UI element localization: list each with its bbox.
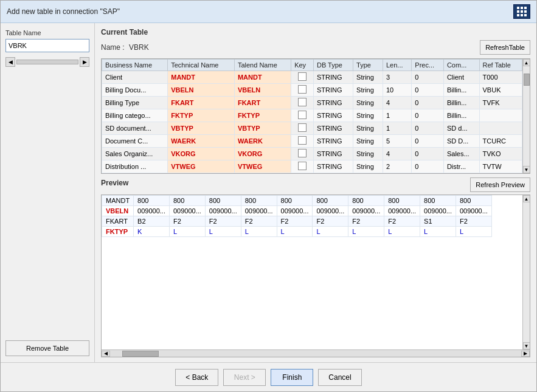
- cell-prec: 0: [412, 122, 444, 135]
- cell-dbtype: STRING: [313, 122, 353, 135]
- preview-row: FKTYPKLLLLLLLLL: [102, 227, 492, 237]
- cell-key[interactable]: [291, 84, 314, 97]
- hscroll-thumb[interactable]: [122, 351, 159, 357]
- cell-com: Billin...: [443, 84, 479, 97]
- key-checkbox[interactable]: [298, 85, 307, 94]
- svg-rect-1: [521, 7, 523, 9]
- cell-len: 2: [383, 160, 411, 173]
- scroll-up-arrow[interactable]: ▲: [523, 59, 530, 66]
- key-checkbox[interactable]: [298, 149, 307, 157]
- finish-button[interactable]: Finish: [271, 369, 313, 386]
- cell-prec: 0: [412, 84, 444, 97]
- cell-type: String: [353, 122, 383, 135]
- cell-type: String: [353, 160, 383, 173]
- scroll-down-arrow[interactable]: ▼: [523, 166, 530, 173]
- preview-scroll-up[interactable]: ▲: [523, 195, 530, 202]
- cell-dbtype: STRING: [313, 148, 353, 160]
- table-row[interactable]: SD document... VBTYP VBTYP STRING String…: [102, 122, 522, 135]
- key-checkbox[interactable]: [298, 162, 307, 170]
- remove-table-button[interactable]: Remove Table: [5, 340, 89, 356]
- cell-com: Billin...: [443, 97, 479, 109]
- fields-table-scroll[interactable]: Business Name Technical Name Talend Name…: [102, 59, 522, 173]
- key-checkbox[interactable]: [298, 111, 307, 119]
- cell-technical: FKART: [168, 97, 235, 109]
- cell-ref: TVKO: [479, 148, 522, 160]
- scroll-left-arrow[interactable]: ◀: [5, 57, 15, 67]
- cancel-button[interactable]: Cancel: [318, 369, 361, 386]
- preview-vscrollbar[interactable]: ▲ ▼: [522, 195, 530, 349]
- cell-len: 4: [383, 97, 411, 109]
- table-row[interactable]: Billing Docu... VBELN VBELN STRING Strin…: [102, 84, 522, 97]
- scroll-thumb[interactable]: [524, 74, 530, 86]
- cell-talend: VTWEG: [234, 160, 291, 173]
- preview-cell: F2: [313, 216, 348, 227]
- table-row[interactable]: Sales Organiz... VKORG VKORG STRING Stri…: [102, 148, 522, 160]
- cell-talend: VBELN: [234, 84, 291, 97]
- table-name-display: Name : VBRK: [101, 43, 149, 52]
- table-row[interactable]: Billing catego... FKTYP FKTYP STRING Str…: [102, 109, 522, 122]
- key-checkbox[interactable]: [298, 98, 307, 106]
- fields-table-vscrollbar[interactable]: ▲ ▼: [522, 59, 530, 173]
- cell-key[interactable]: [291, 97, 314, 109]
- next-button[interactable]: Next >: [223, 369, 266, 386]
- cell-com: Client: [443, 71, 479, 84]
- preview-cell: F2: [384, 216, 420, 227]
- preview-table-scroll[interactable]: MANDT800800800800800800800800800800VBELN…: [102, 195, 522, 349]
- preview-scroll-down[interactable]: ▼: [523, 342, 530, 349]
- cell-ref: TVTW: [479, 160, 522, 173]
- preview-cell: 800: [205, 196, 241, 206]
- hscroll-left[interactable]: ◀: [102, 351, 110, 357]
- cell-dbtype: STRING: [313, 71, 353, 84]
- preview-field-name: VBELN: [102, 206, 134, 216]
- cell-key[interactable]: [291, 71, 314, 84]
- preview-cell: K: [134, 227, 170, 237]
- sidebar-scroll-controls: ◀ ▶: [5, 57, 89, 67]
- main-content: Current Table Name : VBRK RefreshTable B…: [95, 23, 536, 362]
- sidebar: Table Name ◀ ▶ Remove Table: [1, 23, 95, 362]
- cell-business: Billing Docu...: [102, 84, 168, 97]
- refresh-table-button[interactable]: RefreshTable: [480, 40, 530, 55]
- cell-key[interactable]: [291, 160, 314, 173]
- preview-field-name: MANDT: [102, 196, 134, 206]
- fields-table: Business Name Technical Name Talend Name…: [102, 59, 522, 173]
- cell-key[interactable]: [291, 135, 314, 148]
- svg-rect-0: [517, 7, 519, 9]
- back-button[interactable]: < Back: [175, 369, 218, 386]
- cell-len: 10: [383, 84, 411, 97]
- preview-cell: F2: [348, 216, 384, 227]
- cell-len: 1: [383, 122, 411, 135]
- scroll-right-arrow[interactable]: ▶: [80, 57, 89, 67]
- cell-com: Distr...: [443, 160, 479, 173]
- cell-key[interactable]: [291, 122, 314, 135]
- refresh-preview-button[interactable]: Refresh Preview: [470, 177, 530, 192]
- cell-key[interactable]: [291, 109, 314, 122]
- cell-talend: FKTYP: [234, 109, 291, 122]
- cell-business: Billing Type: [102, 97, 168, 109]
- cell-talend: FKART: [234, 97, 291, 109]
- preview-cell: 009000...: [384, 206, 420, 216]
- cell-prec: 0: [412, 160, 444, 173]
- table-row[interactable]: Distribution ... VTWEG VTWEG STRING Stri…: [102, 160, 522, 173]
- cell-ref: [479, 109, 522, 122]
- key-checkbox[interactable]: [298, 136, 307, 145]
- key-checkbox[interactable]: [298, 72, 307, 81]
- cell-talend: MANDT: [234, 71, 291, 84]
- table-row[interactable]: Billing Type FKART FKART STRING String 4…: [102, 97, 522, 109]
- cell-type: String: [353, 97, 383, 109]
- preview-cell: L: [277, 227, 313, 237]
- cell-key[interactable]: [291, 148, 314, 160]
- cell-prec: 0: [412, 97, 444, 109]
- preview-cell: F2: [241, 216, 277, 227]
- table-name-input[interactable]: [5, 39, 89, 52]
- cell-dbtype: STRING: [313, 135, 353, 148]
- table-row[interactable]: Document C... WAERK WAERK STRING String …: [102, 135, 522, 148]
- key-checkbox[interactable]: [298, 123, 307, 132]
- preview-field-name: FKART: [102, 216, 134, 227]
- preview-hscrollbar[interactable]: ◀ ▶: [102, 349, 530, 357]
- cell-prec: 0: [412, 71, 444, 84]
- hscroll-right[interactable]: ▶: [521, 351, 530, 357]
- preview-cell: 800: [169, 196, 205, 206]
- cell-type: String: [353, 148, 383, 160]
- cell-type: String: [353, 135, 383, 148]
- table-row[interactable]: Client MANDT MANDT STRING String 3 0 Cli…: [102, 71, 522, 84]
